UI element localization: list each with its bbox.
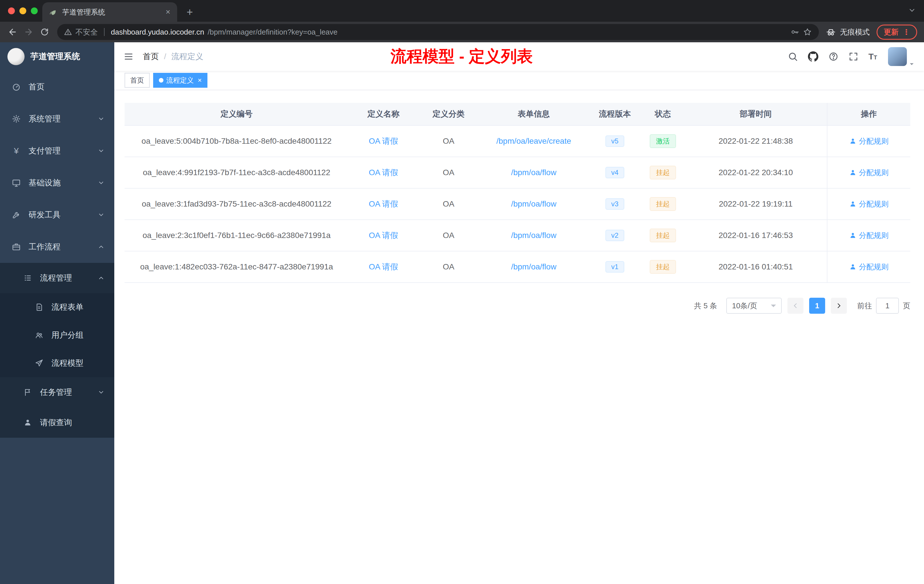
page-number-button[interactable]: 1: [809, 298, 825, 314]
browser-tab[interactable]: 芋道管理系统 ×: [42, 2, 177, 22]
sidebar-item-process-management[interactable]: 流程管理: [0, 263, 114, 293]
tag-label: 流程定义: [166, 76, 194, 85]
help-icon[interactable]: [828, 51, 838, 62]
user-menu[interactable]: [888, 47, 915, 66]
navbar-actions: TT: [788, 47, 915, 66]
definition-name-link[interactable]: OA 请假: [369, 231, 398, 240]
forward-icon[interactable]: [21, 24, 36, 40]
goto-unit: 页: [903, 301, 910, 311]
browser-window: 芋道管理系统 × + 不安全 dashboard.yudao.iocoder.c…: [0, 0, 924, 584]
col-header-status: 状态: [641, 109, 685, 119]
sidebar-item-system[interactable]: 系统管理: [0, 103, 114, 135]
sidebar-item-payment[interactable]: ¥ 支付管理: [0, 135, 114, 167]
back-icon[interactable]: [5, 24, 21, 40]
next-page-button[interactable]: [831, 298, 847, 314]
form-info-link[interactable]: /bpm/oa/flow: [511, 168, 556, 177]
form-info-link[interactable]: /bpm/oa/leave/create: [496, 137, 571, 145]
sidebar-item-workflow[interactable]: 工作流程: [0, 231, 114, 263]
assign-rule-link[interactable]: 分配规则: [849, 262, 889, 272]
search-icon[interactable]: [788, 51, 798, 62]
person-icon: [23, 418, 33, 427]
font-size-icon[interactable]: TT: [868, 52, 877, 61]
sidebar-toggle-icon[interactable]: [124, 51, 134, 62]
definition-name-link[interactable]: OA 请假: [369, 137, 398, 145]
key-icon[interactable]: [790, 27, 799, 36]
sidebar-item-user-group[interactable]: 用户分组: [0, 321, 114, 349]
sidebar-item-leave-query[interactable]: 请假查询: [0, 407, 114, 438]
sidebar-item-label: 首页: [28, 81, 45, 92]
cell-definition-id: oa_leave:4:991f2193-7b7f-11ec-a3c8-acde4…: [125, 168, 348, 177]
version-badge: v4: [606, 167, 624, 178]
chevron-up-icon: [98, 243, 105, 250]
definition-name-link[interactable]: OA 请假: [369, 200, 398, 208]
col-header-version: 流程版本: [589, 109, 641, 119]
bookmark-star-icon[interactable]: [803, 27, 812, 36]
cell-definition-id: oa_leave:3:1fad3d93-7b75-11ec-a3c8-acde4…: [125, 200, 348, 209]
breadcrumb-home[interactable]: 首页: [143, 51, 159, 62]
tool-icon: [12, 210, 21, 220]
pagination: 共 5 条 10条/页 1 前往 页: [125, 298, 910, 314]
pagination-total: 共 5 条: [694, 301, 717, 311]
tag-close-icon[interactable]: ×: [198, 76, 202, 84]
user-icon: [849, 137, 856, 145]
assign-rule-link[interactable]: 分配规则: [849, 136, 889, 146]
form-info-link[interactable]: /bpm/oa/flow: [511, 200, 556, 208]
caret-down-icon: [909, 61, 915, 67]
version-badge: v3: [606, 198, 624, 210]
definition-name-link[interactable]: OA 请假: [369, 168, 398, 177]
table-row: oa_leave:4:991f2193-7b7f-11ec-a3c8-acde4…: [125, 157, 910, 188]
tab-close-icon[interactable]: ×: [165, 7, 172, 16]
chevron-down-icon: [98, 115, 105, 122]
form-info-link[interactable]: /bpm/oa/flow: [511, 262, 556, 271]
tag-home[interactable]: 首页: [125, 73, 150, 88]
user-icon: [849, 200, 856, 208]
sidebar-item-label: 基础设施: [28, 177, 61, 188]
browser-menu-icon[interactable]: ⋮: [903, 28, 910, 36]
user-icon: [849, 232, 856, 239]
window-minimize-button[interactable]: [20, 7, 26, 14]
prev-page-button[interactable]: [787, 298, 804, 314]
col-header-definition-id: 定义编号: [125, 109, 348, 119]
reload-icon[interactable]: [36, 24, 53, 40]
new-tab-button[interactable]: +: [182, 4, 198, 20]
sidebar-item-process-model[interactable]: 流程模型: [0, 349, 114, 377]
form-info-link[interactable]: /bpm/oa/flow: [511, 231, 556, 240]
address-bar[interactable]: 不安全 dashboard.yudao.iocoder.cn/bpm/manag…: [57, 24, 819, 40]
update-browser-button[interactable]: 更新 ⋮: [876, 25, 917, 40]
assign-rule-link[interactable]: 分配规则: [849, 231, 889, 241]
page-size-select[interactable]: 10条/页: [726, 298, 782, 314]
cell-category: OA: [418, 231, 479, 240]
logo-avatar: [7, 48, 25, 65]
app-navbar: 首页 / 流程定义 流程模型 - 定义列表: [114, 42, 924, 71]
tag-process-definition[interactable]: 流程定义 ×: [153, 73, 208, 88]
sidebar-item-devtools[interactable]: 研发工具: [0, 199, 114, 231]
page-goto-input[interactable]: [876, 298, 899, 314]
avatar[interactable]: [888, 47, 907, 66]
tab-search-chevron-icon[interactable]: [908, 6, 916, 14]
sidebar-item-process-form[interactable]: 流程表单: [0, 293, 114, 321]
active-dot: [159, 78, 163, 82]
cell-operations: 分配规则: [827, 188, 910, 219]
definition-name-link[interactable]: OA 请假: [369, 262, 398, 271]
sidebar-item-label: 流程表单: [51, 302, 83, 313]
assign-rule-link[interactable]: 分配规则: [849, 168, 889, 178]
fullscreen-icon[interactable]: [848, 51, 858, 62]
cell-operations: 分配规则: [827, 157, 910, 188]
sidebar: 芋道管理系统 首页 系统管理 ¥ 支付管理: [0, 42, 114, 584]
chevron-down-icon: [98, 389, 105, 396]
security-label[interactable]: 不安全: [76, 27, 98, 37]
list-tree-icon: [23, 273, 33, 283]
cell-category: OA: [418, 168, 479, 177]
sidebar-logo[interactable]: 芋道管理系统: [0, 42, 114, 71]
github-icon[interactable]: [808, 51, 818, 62]
sidebar-item-home[interactable]: 首页: [0, 71, 114, 103]
window-zoom-button[interactable]: [31, 7, 38, 14]
sidebar-item-task-management[interactable]: 任务管理: [0, 377, 114, 407]
sidebar-item-infrastructure[interactable]: 基础设施: [0, 167, 114, 199]
users-icon: [34, 330, 44, 340]
chevron-down-icon: [98, 147, 105, 154]
cell-definition-id: oa_leave:5:004b710b-7b8a-11ec-8ef0-acde4…: [125, 137, 348, 146]
window-close-button[interactable]: [8, 7, 15, 14]
cell-category: OA: [418, 200, 479, 209]
assign-rule-link[interactable]: 分配规则: [849, 199, 889, 209]
